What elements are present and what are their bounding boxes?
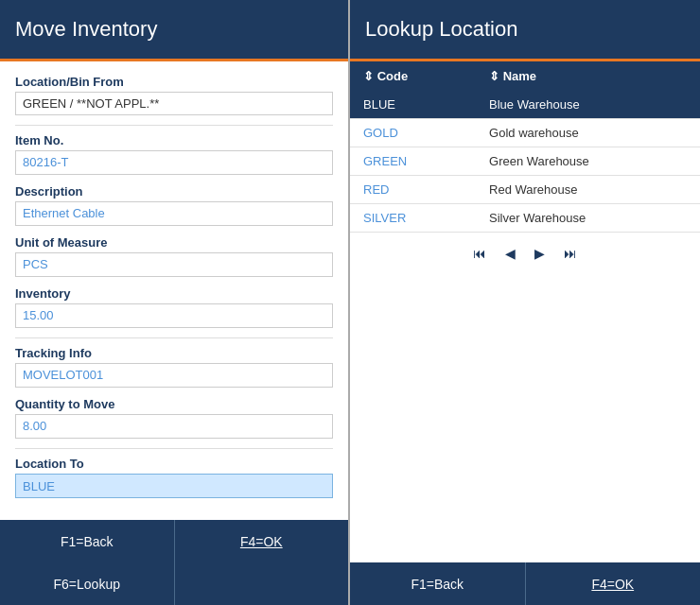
location-to-input[interactable] (15, 474, 333, 498)
description-group: Description Ethernet Cable (15, 184, 333, 226)
table-row[interactable]: REDRed Warehouse (350, 176, 700, 204)
right-footer: F1=Back F4=OK (350, 562, 700, 605)
item-no-group: Item No. 80216-T (15, 133, 333, 175)
col-code-header[interactable]: ⇕ Code (350, 61, 476, 91)
f1-back-button[interactable]: F1=Back (0, 520, 174, 562)
uom-group: Unit of Measure PCS (15, 235, 333, 277)
sort-icon-name: ⇕ (489, 69, 503, 83)
item-no-value: 80216-T (15, 150, 333, 175)
code-cell: BLUE (350, 91, 476, 119)
table-header-row: ⇕ Code ⇕ Name (350, 61, 700, 91)
last-page-button[interactable]: ⏭ (558, 244, 583, 263)
left-panel: Move Inventory Location/Bin From GREEN /… (0, 0, 350, 605)
location-from-group: Location/Bin From GREEN / **NOT APPL.** (15, 75, 333, 115)
right-f1-back-button[interactable]: F1=Back (350, 562, 525, 605)
prev-page-button[interactable]: ◀ (499, 244, 521, 263)
tracking-group: Tracking Info MOVELOT001 (15, 346, 333, 388)
next-page-button[interactable]: ▶ (529, 244, 551, 263)
empty-footer-right (175, 562, 349, 605)
right-header: Lookup Location (350, 0, 700, 61)
location-from-value: GREEN / **NOT APPL.** (15, 92, 333, 115)
inventory-group: Inventory 15.00 (15, 286, 333, 328)
lookup-table: ⇕ Code ⇕ Name BLUEBlue WarehouseGOLDGold… (350, 61, 700, 233)
first-page-button[interactable]: ⏮ (467, 244, 492, 263)
description-value: Ethernet Cable (15, 201, 333, 226)
qty-label: Quantity to Move (15, 397, 333, 411)
name-cell: Gold warehouse (476, 119, 700, 147)
left-content: Location/Bin From GREEN / **NOT APPL.** … (0, 61, 348, 520)
right-panel: Lookup Location ⇕ Code ⇕ Name BLUEBlue W… (350, 0, 700, 605)
code-cell: GOLD (350, 119, 476, 147)
name-cell: Blue Warehouse (476, 91, 700, 119)
description-label: Description (15, 184, 333, 199)
right-f4-ok-button[interactable]: F4=OK (526, 562, 701, 605)
uom-value: PCS (15, 252, 333, 277)
pagination: ⏮ ◀ ▶ ⏭ (350, 233, 700, 274)
left-header: Move Inventory (0, 0, 348, 61)
inventory-label: Inventory (15, 286, 333, 301)
code-cell: RED (350, 176, 476, 204)
col-name-header[interactable]: ⇕ Name (476, 61, 700, 91)
table-row[interactable]: GREENGreen Warehouse (350, 147, 700, 176)
right-title: Lookup Location (365, 17, 517, 42)
right-content: ⇕ Code ⇕ Name BLUEBlue WarehouseGOLDGold… (350, 61, 700, 562)
location-from-label: Location/Bin From (15, 75, 333, 89)
location-to-group: Location To (15, 457, 333, 498)
name-cell: Green Warehouse (476, 147, 700, 176)
table-row[interactable]: SILVERSilver Warehouse (350, 204, 700, 233)
item-no-label: Item No. (15, 133, 333, 147)
sort-icon-code: ⇕ (363, 69, 377, 83)
left-footer: F1=Back F4=OK F6=Lookup (0, 520, 348, 605)
f6-lookup-button[interactable]: F6=Lookup (0, 562, 174, 605)
table-row[interactable]: BLUEBlue Warehouse (350, 91, 700, 119)
name-cell: Silver Warehouse (476, 204, 700, 233)
inventory-value: 15.00 (15, 303, 333, 328)
code-cell: SILVER (350, 204, 476, 233)
f4-ok-button[interactable]: F4=OK (175, 520, 349, 562)
qty-group: Quantity to Move 8.00 (15, 397, 333, 439)
tracking-label: Tracking Info (15, 346, 333, 360)
tracking-value: MOVELOT001 (15, 363, 333, 388)
table-row[interactable]: GOLDGold warehouse (350, 119, 700, 147)
code-cell: GREEN (350, 147, 476, 176)
qty-value: 8.00 (15, 414, 333, 439)
left-title: Move Inventory (15, 17, 157, 42)
uom-label: Unit of Measure (15, 235, 333, 250)
location-to-label: Location To (15, 457, 333, 471)
name-cell: Red Warehouse (476, 176, 700, 204)
